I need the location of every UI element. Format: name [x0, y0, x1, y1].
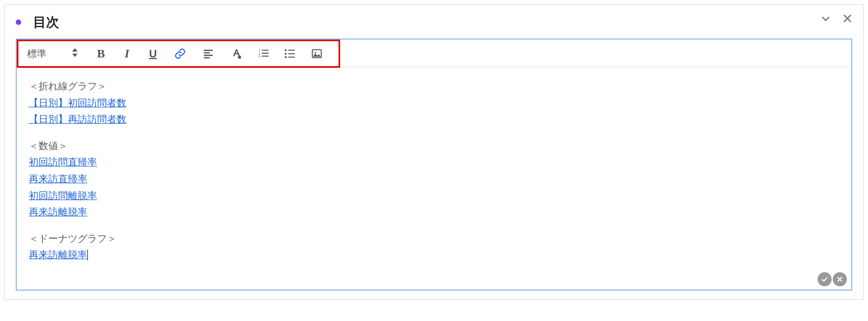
panel-header: 目次 — [16, 14, 852, 31]
svg-point-15 — [285, 56, 287, 59]
content-group: ＜数値＞ 初回訪問直帰率 再来訪直帰率 初回訪問離脱率 再来訪離脱率 — [29, 138, 839, 221]
svg-rect-2 — [204, 50, 213, 51]
panel-title: 目次 — [33, 14, 59, 31]
toc-link[interactable]: 初回訪問離脱率 — [29, 190, 97, 201]
paragraph-style-select[interactable]: 標準 — [27, 47, 88, 60]
confirm-button[interactable] — [818, 272, 832, 286]
cancel-button[interactable] — [833, 272, 847, 286]
section-heading: ＜ドーナツグラフ＞ — [29, 230, 839, 247]
toc-link[interactable]: 再来訪離脱率 — [29, 207, 87, 217]
underline-button[interactable]: U — [140, 44, 166, 63]
close-icon[interactable] — [841, 12, 853, 27]
svg-point-6 — [238, 55, 241, 59]
svg-point-14 — [285, 53, 287, 55]
image-button[interactable] — [303, 44, 331, 63]
svg-rect-10 — [261, 50, 269, 51]
content-group: ＜折れ線グラフ＞ 【日別】初回訪問者数 【日別】再訪訪問者数 — [29, 78, 839, 128]
panel-bullet-icon — [16, 20, 21, 25]
toc-link[interactable]: 再来訪直帰率 — [29, 174, 87, 184]
toc-link[interactable]: 【日別】再訪訪問者数 — [29, 114, 126, 125]
align-button[interactable] — [194, 44, 222, 63]
svg-rect-11 — [261, 53, 269, 54]
editor-content[interactable]: ＜折れ線グラフ＞ 【日別】初回訪問者数 【日別】再訪訪問者数 ＜数値＞ 初回訪問… — [17, 67, 851, 272]
svg-rect-16 — [288, 50, 295, 51]
content-group: ＜ドーナツグラフ＞ 再来訪離脱率 — [29, 230, 839, 264]
editor-footer-actions — [17, 272, 851, 290]
section-heading: ＜折れ線グラフ＞ — [29, 78, 839, 95]
link-button[interactable] — [166, 44, 194, 63]
italic-button[interactable]: I — [114, 44, 140, 63]
unordered-list-button[interactable] — [277, 44, 303, 63]
toc-link[interactable]: 再来訪離脱率 — [29, 249, 88, 260]
svg-rect-12 — [261, 56, 269, 57]
editor-toolbar: 標準 B I U 123 — [17, 40, 340, 68]
svg-rect-3 — [204, 52, 210, 53]
collapse-icon[interactable] — [820, 12, 832, 27]
toc-link[interactable]: 初回訪問直帰率 — [29, 157, 97, 168]
text-color-button[interactable] — [222, 44, 251, 63]
ordered-list-button[interactable]: 123 — [251, 44, 277, 63]
svg-rect-5 — [204, 57, 210, 58]
svg-point-20 — [315, 52, 316, 54]
panel-actions — [820, 12, 853, 27]
svg-rect-17 — [288, 53, 295, 54]
widget-panel: 目次 標準 B I U — [4, 4, 864, 300]
sort-caret-icon — [72, 48, 78, 60]
svg-text:3: 3 — [259, 55, 260, 58]
rich-text-editor: 標準 B I U 123 — [16, 38, 852, 291]
svg-rect-4 — [204, 55, 213, 56]
toc-link[interactable]: 【日別】初回訪問者数 — [29, 98, 126, 108]
svg-rect-18 — [288, 57, 295, 58]
bold-button[interactable]: B — [88, 44, 114, 63]
svg-point-13 — [285, 49, 287, 52]
paragraph-style-label: 標準 — [27, 47, 47, 60]
section-heading: ＜数値＞ — [29, 138, 839, 155]
